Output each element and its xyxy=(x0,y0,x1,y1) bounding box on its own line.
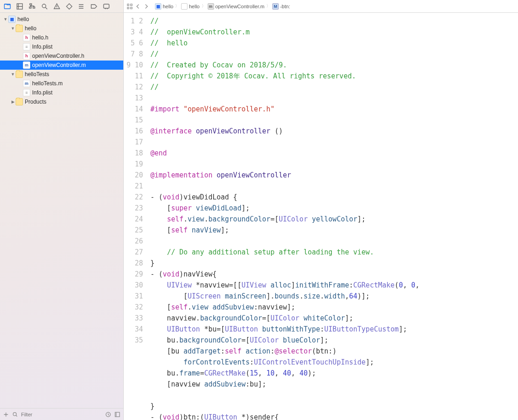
jumpbar-label: hello xyxy=(189,4,199,9)
code-editor[interactable]: 1 2 3 4 5 6 7 8 9 10 11 12 13 14 15 16 1… xyxy=(124,13,518,420)
test-navigator-icon[interactable] xyxy=(66,3,73,10)
folder-file-icon xyxy=(16,25,23,32)
jumpbar-seg[interactable]: mopenViewController.m xyxy=(208,3,265,10)
svg-point-5 xyxy=(42,4,46,8)
report-navigator-icon[interactable] xyxy=(103,3,110,10)
disclosure-icon[interactable]: ▶ xyxy=(10,99,16,104)
tree-row[interactable]: mhelloTests.m xyxy=(0,79,123,88)
add-icon[interactable] xyxy=(3,411,9,418)
h-file-icon: h xyxy=(23,34,30,41)
disclosure-icon[interactable]: ▼ xyxy=(3,17,8,22)
tree-label: helloTests xyxy=(25,71,49,77)
svg-rect-13 xyxy=(115,412,120,417)
chevron-right-icon: 〉 xyxy=(175,3,179,9)
svg-rect-8 xyxy=(131,4,132,6)
source-control-icon[interactable] xyxy=(16,3,23,10)
breakpoint-navigator-icon[interactable] xyxy=(90,3,98,10)
tree-label: openViewController.h xyxy=(32,53,84,59)
chevron-right-icon: 〉 xyxy=(266,3,270,9)
tree-row[interactable]: ▼▦hello xyxy=(0,15,123,24)
line-gutter: 1 2 3 4 5 6 7 8 9 10 11 12 13 14 15 16 1… xyxy=(124,13,147,420)
project-navigator: ▼▦hello▼hellohhello.h≡Info.plisthopenVie… xyxy=(0,13,124,420)
svg-rect-2 xyxy=(30,4,32,5)
issue-navigator-icon[interactable] xyxy=(53,3,61,10)
navigator-toolbar xyxy=(0,0,124,12)
tree-label: Products xyxy=(25,99,46,105)
file-tree[interactable]: ▼▦hello▼hellohhello.h≡Info.plisthopenVie… xyxy=(0,13,123,408)
obj-icon: ▦ xyxy=(155,3,161,10)
filter-bar xyxy=(0,408,123,420)
debug-navigator-icon[interactable] xyxy=(78,3,85,10)
mfile-file-icon: m xyxy=(23,80,30,87)
disclosure-icon[interactable]: ▼ xyxy=(10,26,16,31)
tree-row[interactable]: hopenViewController.h xyxy=(0,51,123,61)
svg-rect-7 xyxy=(127,4,129,6)
jump-bar: ▦hello〉hello〉mopenViewController.m〉M-btn… xyxy=(124,0,518,12)
tree-label: helloTests.m xyxy=(32,80,63,87)
tree-row[interactable]: ≡Info.plist xyxy=(0,42,123,51)
filter-icon[interactable] xyxy=(12,411,18,418)
meth-icon: M xyxy=(272,3,279,10)
svg-rect-10 xyxy=(131,7,132,9)
tree-row[interactable]: mopenViewController.m xyxy=(0,61,123,70)
project-navigator-icon[interactable] xyxy=(4,3,11,10)
svg-point-11 xyxy=(13,412,17,415)
back-icon[interactable] xyxy=(135,3,141,10)
tree-label: hello.h xyxy=(32,34,48,41)
jumpbar-label: openViewController.m xyxy=(215,4,265,9)
tree-label: openViewController.m xyxy=(32,62,86,68)
h-file-icon: h xyxy=(23,52,30,60)
jumpbar-seg[interactable]: hello xyxy=(181,3,199,10)
grp-icon xyxy=(181,3,187,10)
tree-row[interactable]: ≡Info.plist xyxy=(0,88,123,97)
folder-file-icon xyxy=(16,71,23,78)
svg-rect-4 xyxy=(33,7,35,8)
chevron-right-icon: 〉 xyxy=(202,3,206,9)
filter-input[interactable] xyxy=(21,412,102,417)
svg-rect-6 xyxy=(104,4,109,8)
forward-icon[interactable] xyxy=(143,3,149,10)
tree-row[interactable]: ▼helloTests xyxy=(0,70,123,79)
folder-file-icon xyxy=(16,98,23,105)
jumpbar-seg[interactable]: ▦hello xyxy=(155,3,173,10)
jumpbar-label: hello xyxy=(163,4,173,9)
mfile-file-icon: m xyxy=(23,61,30,69)
recent-icon[interactable] xyxy=(105,411,111,418)
m-icon: m xyxy=(208,3,214,10)
disclosure-icon[interactable]: ▼ xyxy=(10,72,16,77)
proj-file-icon: ▦ xyxy=(8,16,16,23)
jumpbar-seg[interactable]: M-btn: xyxy=(272,3,290,10)
tree-label: hello xyxy=(25,25,36,32)
find-navigator-icon[interactable] xyxy=(41,3,48,10)
scm-filter-icon[interactable] xyxy=(114,411,121,418)
tree-label: hello xyxy=(17,16,29,22)
symbol-navigator-icon[interactable] xyxy=(28,3,36,10)
plist-file-icon: ≡ xyxy=(23,43,30,50)
plist-file-icon: ≡ xyxy=(23,89,30,96)
jumpbar-label: -btn: xyxy=(280,4,290,9)
tree-row[interactable]: ▶Products xyxy=(0,97,123,106)
code-area[interactable]: // // openViewController.m // hello // /… xyxy=(147,13,518,420)
related-items-icon[interactable] xyxy=(127,3,133,10)
svg-rect-9 xyxy=(127,7,129,9)
tree-label: Info.plist xyxy=(32,89,53,96)
tree-row[interactable]: ▼hello xyxy=(0,24,123,33)
tree-label: Info.plist xyxy=(32,44,53,50)
tree-row[interactable]: hhello.h xyxy=(0,33,123,42)
svg-rect-3 xyxy=(29,7,31,8)
